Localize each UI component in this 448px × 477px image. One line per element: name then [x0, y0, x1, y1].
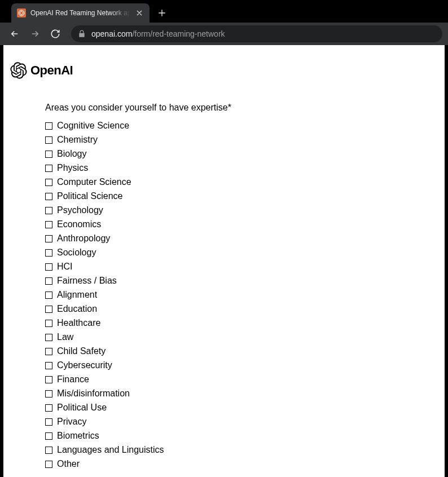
checkbox-label[interactable]: Languages and Linguistics	[57, 445, 164, 455]
checkbox-label[interactable]: Anthropology	[57, 233, 110, 244]
checkbox-input[interactable]	[45, 376, 52, 383]
checkbox-item: Political Science	[45, 191, 445, 201]
checkbox-input[interactable]	[45, 362, 52, 369]
checkbox-input[interactable]	[45, 306, 52, 313]
checkbox-label[interactable]: Cognitive Science	[57, 121, 129, 131]
back-button[interactable]	[6, 25, 24, 43]
tab-favicon-icon	[17, 8, 26, 17]
checkbox-input[interactable]	[45, 263, 52, 271]
openai-logo-icon	[10, 62, 27, 79]
checkbox-item: Biometrics	[45, 431, 445, 441]
checkbox-item: Psychology	[45, 205, 445, 215]
checkbox-item: Mis/disinformation	[45, 388, 445, 399]
checkbox-label[interactable]: Alignment	[57, 290, 97, 300]
checkbox-input[interactable]	[45, 249, 52, 257]
checkbox-label[interactable]: Mis/disinformation	[57, 388, 130, 399]
checkbox-input[interactable]	[45, 122, 52, 130]
checkbox-input[interactable]	[45, 404, 52, 412]
checkbox-label[interactable]: Child Safety	[57, 346, 106, 356]
checkbox-item: Education	[45, 304, 445, 314]
checkbox-input[interactable]	[45, 292, 52, 299]
checkbox-item: Finance	[45, 374, 445, 385]
checkbox-input[interactable]	[45, 207, 52, 214]
checkbox-label[interactable]: Fairness / Bias	[57, 276, 117, 286]
checkbox-label[interactable]: Education	[57, 304, 97, 314]
checkbox-item: Computer Science	[45, 177, 445, 187]
checkbox-item: Other	[45, 459, 445, 469]
checkbox-input[interactable]	[45, 320, 52, 327]
checkbox-label[interactable]: Political Science	[57, 191, 123, 201]
checkbox-label[interactable]: Political Use	[57, 403, 107, 413]
brand-logo: OpenAI	[3, 45, 445, 79]
checkbox-item: Fairness / Bias	[45, 276, 445, 286]
tab-bar: OpenAI Red Teaming Network ap	[0, 0, 448, 23]
brand-name: OpenAI	[30, 63, 73, 78]
checkbox-item: Anthropology	[45, 233, 445, 244]
checkbox-item: HCI	[45, 262, 445, 272]
forward-button[interactable]	[26, 25, 44, 43]
checkbox-label[interactable]: Finance	[57, 374, 89, 385]
checkbox-label[interactable]: Physics	[57, 163, 88, 173]
checkbox-item: Sociology	[45, 248, 445, 258]
checkbox-label[interactable]: Other	[57, 459, 80, 469]
checkbox-label[interactable]: Sociology	[57, 248, 96, 258]
checkbox-item: Physics	[45, 163, 445, 173]
address-bar[interactable]: openai.com/form/red-teaming-network	[71, 25, 442, 42]
checkbox-input[interactable]	[45, 136, 52, 144]
checkbox-label[interactable]: Privacy	[57, 417, 86, 427]
lock-icon	[78, 30, 86, 38]
checkbox-item: Healthcare	[45, 318, 445, 328]
form-section: Areas you consider yourself to have expe…	[3, 79, 445, 469]
checkbox-label[interactable]: Economics	[57, 219, 101, 229]
checkbox-item: Languages and Linguistics	[45, 445, 445, 455]
checkbox-label[interactable]: Cybersecurity	[57, 360, 112, 370]
checkbox-label[interactable]: Computer Science	[57, 177, 131, 187]
checkbox-item: Economics	[45, 219, 445, 229]
checkbox-input[interactable]	[45, 390, 52, 398]
new-tab-button[interactable]	[154, 5, 170, 21]
browser-toolbar: openai.com/form/red-teaming-network	[0, 23, 448, 45]
checkbox-input[interactable]	[45, 447, 52, 454]
browser-chrome: OpenAI Red Teaming Network ap openai.com…	[0, 0, 448, 45]
browser-tab[interactable]: OpenAI Red Teaming Network ap	[11, 3, 150, 23]
checkbox-item: Political Use	[45, 403, 445, 413]
checkbox-input[interactable]	[45, 235, 52, 242]
checkbox-input[interactable]	[45, 179, 52, 186]
checkbox-label[interactable]: Biology	[57, 149, 86, 159]
url-domain: openai.com	[91, 29, 132, 38]
close-icon[interactable]	[135, 8, 144, 17]
checkbox-input[interactable]	[45, 193, 52, 200]
checkbox-item: Privacy	[45, 417, 445, 427]
checkbox-input[interactable]	[45, 221, 52, 228]
checkbox-label[interactable]: Chemistry	[57, 135, 98, 145]
url-text: openai.com/form/red-teaming-network	[91, 29, 225, 38]
checkbox-label[interactable]: Biometrics	[57, 431, 99, 441]
tab-title: OpenAI Red Teaming Network ap	[30, 9, 130, 17]
url-path: /form/red-teaming-network	[132, 29, 225, 38]
checkbox-item: Law	[45, 332, 445, 342]
checkbox-item: Alignment	[45, 290, 445, 300]
checkbox-label[interactable]: HCI	[57, 262, 73, 272]
checkbox-input[interactable]	[45, 334, 52, 341]
expertise-checkbox-list: Cognitive ScienceChemistryBiologyPhysics…	[45, 121, 445, 469]
checkbox-item: Chemistry	[45, 135, 445, 145]
checkbox-item: Cybersecurity	[45, 360, 445, 370]
reload-button[interactable]	[46, 25, 64, 43]
checkbox-item: Biology	[45, 149, 445, 159]
checkbox-label[interactable]: Psychology	[57, 205, 103, 215]
form-question-label: Areas you consider yourself to have expe…	[45, 103, 445, 113]
checkbox-label[interactable]: Law	[57, 332, 73, 342]
checkbox-input[interactable]	[45, 418, 52, 426]
checkbox-input[interactable]	[45, 461, 52, 468]
checkbox-item: Cognitive Science	[45, 121, 445, 131]
checkbox-item: Child Safety	[45, 346, 445, 356]
checkbox-input[interactable]	[45, 348, 52, 355]
checkbox-label[interactable]: Healthcare	[57, 318, 100, 328]
checkbox-input[interactable]	[45, 432, 52, 440]
checkbox-input[interactable]	[45, 165, 52, 172]
page-content: OpenAI Areas you consider yourself to ha…	[3, 45, 445, 477]
checkbox-input[interactable]	[45, 277, 52, 285]
checkbox-input[interactable]	[45, 151, 52, 158]
